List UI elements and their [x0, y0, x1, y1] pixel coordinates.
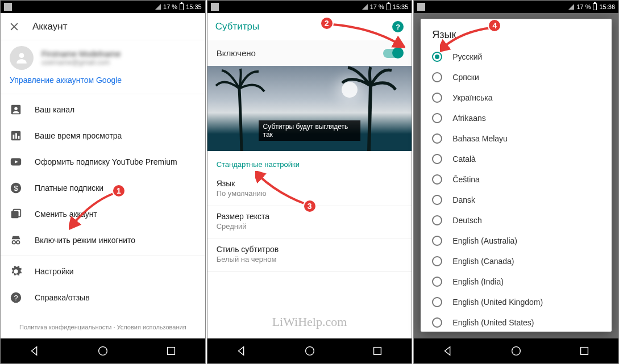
profile-email: username@gmail.com — [41, 58, 121, 66]
setting-subtitle: Белый на черном — [217, 255, 403, 263]
notif-icon — [417, 3, 425, 11]
caption-preview: Субтитры будут выглядеть так — [207, 66, 412, 151]
lang-label: Deutsch — [452, 216, 481, 225]
notif-icon — [211, 3, 219, 11]
svg-rect-21 — [581, 348, 588, 355]
menu-your-channel[interactable]: Ваш канал — [1, 97, 205, 123]
youtube-icon — [10, 156, 22, 168]
radio-icon — [432, 72, 442, 82]
annotation-badge-3: 3 — [303, 199, 317, 213]
close-icon[interactable] — [9, 21, 20, 32]
setting-title: Стиль субтитров — [217, 245, 403, 254]
svg-point-20 — [512, 347, 521, 355]
lang-label: English (United Kingdom) — [452, 298, 543, 307]
language-dialog: Язык Русский Српски Українська Afrikaans… — [421, 19, 612, 332]
svg-point-2 — [14, 107, 18, 110]
manage-account-link[interactable]: Управление аккаунтом Google — [1, 71, 205, 91]
svg-point-18 — [305, 347, 314, 355]
home-button[interactable] — [510, 345, 522, 357]
svg-rect-4 — [13, 135, 15, 139]
lang-option[interactable]: English (India) — [421, 271, 612, 292]
screen-captions: 17 % 15:35 Субтитры ? Включено Субтитры … — [207, 0, 413, 364]
section-title: Стандартные настройки — [207, 151, 412, 173]
radio-icon — [432, 297, 442, 307]
menu-incognito[interactable]: Включить режим инкогнито — [1, 227, 205, 253]
annotation-badge-1: 1 — [112, 184, 126, 198]
setting-title: Размер текста — [217, 212, 403, 221]
signal-icon — [362, 4, 368, 10]
clock: 15:35 — [186, 3, 202, 10]
lang-option[interactable]: English (Australia) — [421, 231, 612, 251]
radio-icon — [432, 93, 442, 103]
annotation-arrow-1 — [69, 191, 120, 231]
back-button[interactable] — [235, 345, 248, 357]
lang-label: English (Canada) — [452, 257, 514, 266]
lang-option[interactable]: Čeština — [421, 169, 612, 190]
menu-label: Ваше время просмотра — [35, 131, 122, 140]
home-button[interactable] — [97, 345, 109, 357]
android-navbar — [1, 338, 205, 363]
menu-watch-time[interactable]: Ваше время просмотра — [1, 123, 205, 149]
lang-option[interactable]: English (United Kingdom) — [421, 292, 612, 312]
svg-rect-19 — [374, 348, 381, 355]
signal-icon — [155, 4, 161, 10]
svg-point-12 — [13, 241, 15, 244]
svg-rect-17 — [167, 348, 175, 355]
annotation-arrow-4 — [440, 26, 497, 54]
radio-icon — [432, 133, 442, 144]
home-button[interactable] — [304, 345, 316, 357]
profile-row[interactable]: Firstname Modelname username@gmail.com — [1, 40, 205, 71]
lang-label: Čeština — [452, 175, 479, 184]
svg-text:?: ? — [14, 294, 18, 302]
notif-icon — [4, 3, 12, 11]
gear-icon — [10, 265, 22, 278]
menu-settings[interactable]: Настройки — [1, 258, 205, 284]
radio-icon — [432, 113, 442, 123]
radio-icon — [432, 256, 442, 266]
recent-button[interactable] — [371, 345, 384, 357]
dollar-icon: $ — [10, 182, 22, 194]
header: Аккаунт — [1, 13, 205, 40]
radio-icon — [432, 174, 442, 185]
lang-option[interactable]: Dansk — [421, 190, 612, 210]
lang-option[interactable]: English (United States) — [421, 312, 612, 332]
menu-premium[interactable]: Оформить подписку YouTube Premium — [1, 149, 205, 175]
setting-subtitle: Средний — [217, 222, 403, 231]
svg-point-0 — [19, 53, 24, 58]
svg-rect-6 — [18, 136, 20, 139]
lang-option[interactable]: Українська — [421, 87, 612, 108]
battery-percent: 17 % — [370, 3, 384, 10]
recent-button[interactable] — [578, 345, 591, 357]
setting-caption-style[interactable]: Стиль субтитров Белый на черном — [207, 239, 412, 272]
lang-label: Українська — [452, 93, 492, 102]
svg-text:$: $ — [14, 184, 18, 193]
person-box-icon — [10, 103, 22, 116]
radio-icon — [432, 195, 442, 205]
lang-option[interactable]: Català — [421, 149, 612, 169]
clock: 15:36 — [599, 3, 615, 10]
back-button[interactable] — [28, 345, 41, 357]
lang-option[interactable]: Bahasa Melayu — [421, 128, 612, 149]
lang-option[interactable]: English (Canada) — [421, 251, 612, 271]
menu-label: Включить режим инкогнито — [35, 236, 135, 245]
lang-option[interactable]: Afrikaans — [421, 108, 612, 128]
incognito-icon — [10, 234, 22, 246]
back-button[interactable] — [442, 345, 454, 357]
language-list[interactable]: Русский Српски Українська Afrikaans Baha… — [421, 47, 612, 332]
annotation-badge-2: 2 — [320, 16, 334, 30]
svg-point-13 — [16, 241, 19, 244]
lang-option[interactable]: Deutsch — [421, 210, 612, 231]
footer-links[interactable]: Политика конфиденциальности · Условия ис… — [1, 318, 205, 336]
caption-sample-text: Субтитры будут выглядеть так — [259, 120, 361, 141]
recent-button[interactable] — [165, 345, 177, 357]
lang-option[interactable]: Српски — [421, 67, 612, 87]
lang-label: Српски — [452, 73, 479, 82]
android-navbar — [207, 338, 412, 363]
profile-name: Firstname Modelname — [41, 49, 121, 58]
menu-help[interactable]: ? Справка/отзыв — [1, 284, 205, 311]
avatar — [10, 46, 34, 70]
signal-icon — [568, 4, 574, 10]
bars-icon — [10, 129, 22, 142]
switch-account-icon — [10, 208, 22, 220]
lang-label: English (United States) — [452, 318, 534, 327]
